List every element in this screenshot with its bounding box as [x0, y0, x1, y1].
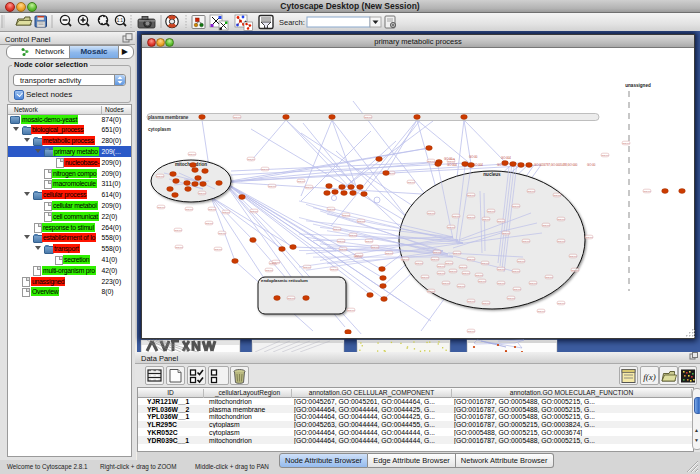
svg-text:GO:00: GO:00 [337, 240, 345, 243]
svg-text:GO:00: GO:00 [467, 330, 475, 333]
svg-text:GO:00: GO:00 [475, 274, 483, 277]
svg-text:GO:00: GO:00 [447, 226, 455, 229]
svg-text:GO:00: GO:00 [305, 186, 313, 189]
svg-text:GO:00: GO:00 [557, 240, 565, 243]
svg-text:GO:00: GO:00 [497, 282, 505, 285]
svg-text:GO:00: GO:00 [482, 302, 490, 305]
svg-text:GO:00: GO:00 [643, 190, 651, 193]
svg-text:GO:00: GO:00 [527, 190, 535, 193]
svg-text:GO:00: GO:00 [442, 282, 450, 285]
svg-text:GO:00: GO:00 [512, 205, 520, 208]
svg-text:cytoplasm: cytoplasm [148, 127, 171, 132]
svg-text:GO:00: GO:00 [467, 300, 475, 303]
svg-text:GO:00: GO:00 [462, 272, 470, 275]
svg-text:GO:00: GO:00 [537, 310, 545, 313]
svg-text:GO:00: GO:00 [265, 269, 273, 272]
svg-text:GO:00: GO:00 [502, 232, 510, 235]
svg-text:GO:00: GO:00 [437, 265, 445, 268]
svg-text:GO:00: GO:00 [250, 210, 258, 213]
svg-text:GO:00: GO:00 [587, 163, 596, 167]
svg-text:GO:0016787,GO:0005488,GO:000: GO:0016787,GO:0005488,GO:000 [534, 163, 578, 167]
svg-text:GO:00: GO:00 [157, 206, 165, 209]
svg-text:GO:00: GO:00 [427, 160, 435, 163]
svg-text:GO:00: GO:00 [222, 211, 230, 214]
svg-text:GO:00: GO:00 [569, 255, 577, 258]
svg-text:GO:00: GO:00 [303, 266, 311, 269]
svg-text:GO:004: GO:004 [501, 156, 511, 160]
svg-text:GO:00: GO:00 [545, 276, 553, 279]
svg-text:GO:00: GO:00 [457, 285, 465, 288]
svg-text:GO:00: GO:00 [497, 268, 505, 271]
svg-text:GO:00: GO:00 [347, 309, 355, 312]
svg-text:GO:00: GO:00 [427, 290, 435, 293]
svg-text:GO:00: GO:00 [401, 258, 409, 261]
svg-text:GO:00: GO:00 [437, 272, 445, 275]
svg-text:plasma membrane: plasma membrane [148, 115, 189, 120]
svg-text:GO:00: GO:00 [365, 240, 373, 243]
svg-text:GO:00: GO:00 [349, 234, 357, 237]
svg-text:GO:00: GO:00 [339, 248, 347, 251]
svg-text:GO:00: GO:00 [357, 220, 365, 223]
svg-text:GO:00: GO:00 [247, 158, 255, 161]
svg-text:GO:00: GO:00 [487, 210, 495, 213]
svg-text:GO:00: GO:00 [185, 208, 193, 211]
svg-text:GO:00: GO:00 [512, 270, 520, 273]
svg-text:Search:: Search: [279, 18, 305, 27]
svg-text:GO:00: GO:00 [469, 155, 478, 159]
svg-text:GO:004: GO:004 [473, 163, 483, 167]
svg-text:GO:00: GO:00 [208, 208, 216, 211]
svg-text:GO:00: GO:00 [557, 302, 565, 305]
svg-text:GO:00: GO:00 [287, 297, 295, 300]
svg-text:GO:00: GO:00 [218, 232, 226, 235]
svg-text:GO:00: GO:00 [622, 142, 630, 145]
svg-text:GO:00: GO:00 [585, 236, 593, 239]
svg-text:GO:00: GO:00 [467, 194, 475, 197]
svg-text:GO:00: GO:00 [342, 214, 350, 217]
svg-text:GO:00: GO:00 [364, 116, 372, 119]
svg-text:GO:00: GO:00 [233, 116, 241, 119]
svg-text:GO:00: GO:00 [175, 246, 183, 249]
svg-text:GO:00: GO:00 [333, 228, 341, 231]
svg-text:GO:00: GO:00 [467, 216, 475, 219]
svg-text:GO:00: GO:00 [330, 268, 338, 271]
svg-text:GO:00: GO:00 [497, 220, 505, 223]
svg-text:GO:00: GO:00 [214, 248, 222, 251]
svg-text:GO:00: GO:00 [421, 276, 429, 279]
svg-text:GO:00: GO:00 [205, 222, 213, 225]
svg-text:GO:00: GO:00 [507, 297, 515, 300]
svg-text:GO:00: GO:00 [268, 185, 276, 188]
svg-text:GO:00: GO:00 [188, 153, 196, 156]
svg-text:GO:00: GO:00 [385, 252, 393, 255]
svg-text:GO:00: GO:00 [478, 280, 486, 283]
svg-text:GO:00: GO:00 [327, 208, 335, 211]
svg-text:GO:00: GO:00 [522, 240, 530, 243]
svg-text:GO:00: GO:00 [156, 175, 164, 178]
svg-text:GO:00: GO:00 [482, 218, 490, 221]
svg-text:GO:00: GO:00 [261, 168, 269, 171]
svg-text:GO:00: GO:00 [452, 215, 460, 218]
svg-text:GO:00: GO:00 [601, 154, 609, 157]
svg-text:GO:00: GO:00 [433, 251, 441, 254]
svg-text:nucleus: nucleus [483, 172, 501, 177]
svg-text:GO:00: GO:00 [481, 262, 489, 265]
svg-text:GO:00: GO:00 [297, 180, 305, 183]
svg-text:GO:00: GO:00 [272, 261, 280, 264]
svg-text:endoplasmic reticulum: endoplasmic reticulum [261, 278, 308, 283]
svg-text:GO:00: GO:00 [198, 192, 206, 195]
svg-text:GO:00: GO:00 [571, 269, 579, 272]
svg-text:GO:00: GO:00 [467, 258, 475, 261]
svg-text:1:1: 1:1 [117, 18, 124, 23]
svg-text:GO:00: GO:00 [529, 282, 537, 285]
svg-text:GO:00: GO:00 [407, 181, 415, 184]
svg-text:GO:00: GO:00 [355, 254, 363, 257]
svg-text:f(x): f(x) [643, 372, 656, 382]
svg-text:GO:00: GO:00 [445, 262, 453, 265]
svg-text:GO:00: GO:00 [453, 252, 461, 255]
svg-text:GO:00-a: GO:00-a [444, 157, 455, 161]
svg-text:GO:00: GO:00 [517, 260, 525, 263]
svg-text:GO:00: GO:00 [174, 229, 182, 232]
svg-text:GO:00: GO:00 [427, 212, 435, 215]
svg-text:GO:00: GO:00 [553, 194, 561, 197]
svg-text:GO:00: GO:00 [557, 218, 565, 221]
svg-text:GO:00: GO:00 [415, 262, 423, 265]
